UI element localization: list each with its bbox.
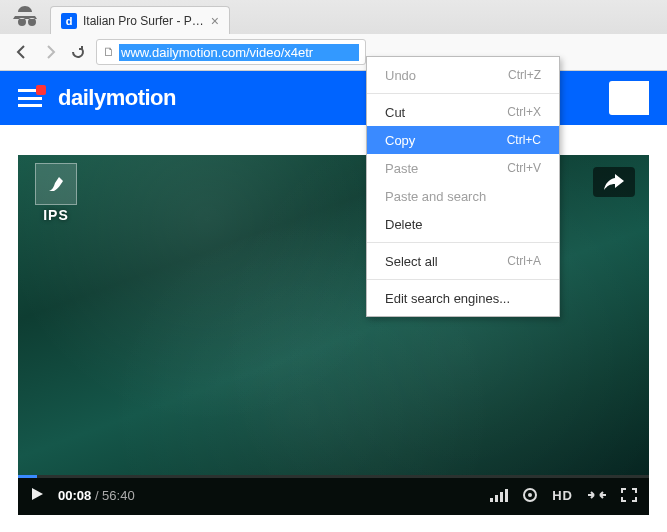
settings-button[interactable] <box>522 487 538 503</box>
site-header: dailymotion <box>0 71 667 125</box>
quality-button[interactable]: HD <box>552 488 573 503</box>
context-menu: UndoCtrl+ZCutCtrl+XCopyCtrl+CPasteCtrl+V… <box>366 56 560 317</box>
progress-bar[interactable] <box>18 475 649 478</box>
watermark-text: IPS <box>43 207 69 223</box>
context-separator <box>367 93 559 94</box>
tab-close-icon[interactable]: × <box>211 13 219 29</box>
context-item-shortcut: Ctrl+Z <box>508 68 541 82</box>
context-item-label: Undo <box>385 68 416 83</box>
context-item-label: Paste <box>385 161 418 176</box>
url-input[interactable] <box>119 44 359 61</box>
page-content: dailymotion IPS 00:08 / 56:40 <box>0 71 667 532</box>
tab-strip: d Italian Pro Surfer - Prima × <box>0 0 667 34</box>
volume-button[interactable] <box>490 488 508 502</box>
site-brand[interactable]: dailymotion <box>58 85 176 111</box>
context-item-undo: UndoCtrl+Z <box>367 61 559 89</box>
context-item-label: Cut <box>385 105 405 120</box>
context-item-shortcut: Ctrl+V <box>507 161 541 175</box>
hamburger-icon[interactable] <box>18 89 42 107</box>
fullscreen-button[interactable] <box>621 488 637 502</box>
theater-button[interactable] <box>587 489 607 501</box>
context-item-label: Edit search engines... <box>385 291 510 306</box>
context-item-paste: PasteCtrl+V <box>367 154 559 182</box>
incognito-icon <box>10 4 40 30</box>
back-button[interactable] <box>12 42 32 62</box>
page-icon: 🗋 <box>103 45 115 59</box>
forward-button[interactable] <box>40 42 60 62</box>
context-separator <box>367 279 559 280</box>
tab-favicon: d <box>61 13 77 29</box>
context-separator <box>367 242 559 243</box>
notification-badge <box>36 85 46 95</box>
share-button[interactable] <box>593 167 635 197</box>
context-item-label: Select all <box>385 254 438 269</box>
browser-tab[interactable]: d Italian Pro Surfer - Prima × <box>50 6 230 34</box>
context-item-cut[interactable]: CutCtrl+X <box>367 98 559 126</box>
video-controls: 00:08 / 56:40 HD <box>18 475 649 515</box>
context-item-label: Copy <box>385 133 415 148</box>
context-item-shortcut: Ctrl+C <box>507 133 541 147</box>
progress-fill <box>18 475 37 478</box>
context-item-paste-and-search: Paste and search <box>367 182 559 210</box>
context-item-edit-search-engines[interactable]: Edit search engines... <box>367 284 559 312</box>
browser-chrome: d Italian Pro Surfer - Prima × 🗋 <box>0 0 667 71</box>
svg-point-1 <box>528 493 532 497</box>
channel-watermark: IPS <box>32 163 80 223</box>
context-item-shortcut: Ctrl+X <box>507 105 541 119</box>
context-item-select-all[interactable]: Select allCtrl+A <box>367 247 559 275</box>
reload-button[interactable] <box>68 42 88 62</box>
context-item-delete[interactable]: Delete <box>367 210 559 238</box>
time-duration: / 56:40 <box>95 488 135 503</box>
address-bar[interactable]: 🗋 <box>96 39 366 65</box>
context-item-label: Delete <box>385 217 423 232</box>
search-input[interactable] <box>609 81 649 115</box>
browser-toolbar: 🗋 <box>0 34 667 70</box>
context-item-copy[interactable]: CopyCtrl+C <box>367 126 559 154</box>
tab-title: Italian Pro Surfer - Prima <box>83 14 205 28</box>
time-current: 00:08 <box>58 488 91 503</box>
context-item-shortcut: Ctrl+A <box>507 254 541 268</box>
play-button[interactable] <box>30 487 44 504</box>
context-item-label: Paste and search <box>385 189 486 204</box>
